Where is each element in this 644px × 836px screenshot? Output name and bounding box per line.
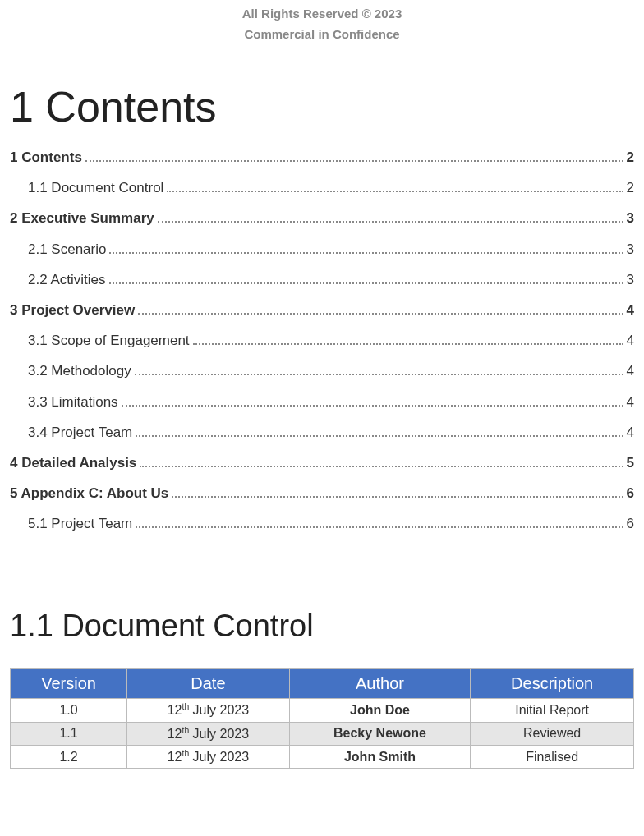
toc-entry[interactable]: 1.1 Document Control2 (10, 177, 634, 199)
th-date: Date (127, 669, 290, 699)
cell-version: 1.2 (11, 746, 127, 769)
toc-entry-title: 3.3 Limitations (28, 391, 118, 413)
toc-entry-page: 6 (627, 482, 634, 504)
header-meta: All Rights Reserved © 2023 Commercial in… (10, 0, 634, 41)
toc-entry-page: 4 (627, 421, 634, 443)
toc-entry[interactable]: 1 Contents2 (10, 146, 634, 168)
toc-entry[interactable]: 3.3 Limitations4 (10, 391, 634, 413)
toc-entry-title: 2 Executive Summary (10, 207, 154, 229)
toc-leader (158, 209, 623, 223)
toc-entry-title: 1.1 Document Control (28, 177, 163, 199)
toc-entry-page: 5 (627, 452, 634, 474)
toc-leader (172, 484, 623, 498)
toc-entry[interactable]: 2.1 Scenario3 (10, 238, 634, 260)
toc-leader (136, 514, 623, 528)
toc-entry-title: 5 Appendix C: About Us (10, 482, 168, 504)
toc-leader (193, 331, 623, 345)
toc-entry[interactable]: 3.4 Project Team4 (10, 421, 634, 443)
toc-entry[interactable]: 2.2 Activities3 (10, 269, 634, 291)
document-control-table: Version Date Author Description 1.012th … (10, 668, 634, 769)
toc-entry-page: 4 (627, 299, 634, 321)
toc-entry-title: 5.1 Project Team (28, 512, 132, 535)
toc-leader (136, 423, 623, 437)
table-header-row: Version Date Author Description (11, 669, 634, 699)
toc-entry[interactable]: 3.2 Methodology4 (10, 360, 634, 382)
toc-leader (109, 240, 623, 254)
cell-version: 1.1 (11, 722, 127, 745)
th-version: Version (11, 669, 127, 699)
table-row: 1.112th July 2023Becky NewoneReviewed (11, 722, 634, 745)
table-row: 1.212th July 2023John SmithFinalised (11, 746, 634, 769)
cell-author: John Smith (289, 746, 471, 769)
toc-entry-title: 3.1 Scope of Engagement (28, 329, 190, 351)
toc-entry[interactable]: 2 Executive Summary3 (10, 207, 634, 229)
confidence-text: Commercial in Confidence (10, 27, 634, 41)
toc-entry-title: 2.1 Scenario (28, 238, 106, 260)
table-of-contents: 1 Contents21.1 Document Control22 Execut… (10, 146, 634, 535)
toc-entry-title: 3 Project Overview (10, 299, 135, 321)
toc-entry-page: 3 (627, 269, 634, 291)
toc-entry-page: 2 (627, 146, 634, 168)
cell-date: 12th July 2023 (127, 746, 290, 769)
toc-entry-title: 3.2 Methodology (28, 360, 131, 382)
toc-leader (140, 453, 623, 467)
toc-entry-title: 3.4 Project Team (28, 421, 132, 443)
table-row: 1.012th July 2023John DoeInitial Report (11, 699, 634, 722)
toc-entry-title: 1 Contents (10, 146, 82, 168)
toc-entry-page: 4 (627, 360, 634, 382)
toc-entry[interactable]: 4 Detailed Analysis5 (10, 452, 634, 474)
toc-entry[interactable]: 3 Project Overview4 (10, 299, 634, 321)
toc-entry-title: 4 Detailed Analysis (10, 452, 136, 474)
th-description: Description (471, 669, 634, 699)
toc-entry-page: 2 (627, 177, 634, 199)
cell-description: Reviewed (471, 722, 634, 745)
th-author: Author (289, 669, 471, 699)
toc-entry-page: 4 (627, 329, 634, 351)
cell-description: Initial Report (471, 699, 634, 722)
cell-version: 1.0 (11, 699, 127, 722)
toc-leader (109, 270, 623, 284)
cell-description: Finalised (471, 746, 634, 769)
cell-author: John Doe (289, 699, 471, 722)
cell-date: 12th July 2023 (127, 722, 290, 745)
toc-leader (85, 148, 623, 162)
cell-date: 12th July 2023 (127, 699, 290, 722)
toc-entry[interactable]: 5.1 Project Team6 (10, 512, 634, 535)
cell-author: Becky Newone (289, 722, 471, 745)
toc-entry-page: 4 (627, 391, 634, 413)
toc-leader (167, 178, 623, 192)
contents-heading: 1 Contents (10, 82, 634, 131)
toc-leader (122, 393, 623, 407)
toc-entry[interactable]: 3.1 Scope of Engagement4 (10, 329, 634, 351)
toc-entry-page: 6 (627, 512, 634, 535)
toc-entry[interactable]: 5 Appendix C: About Us6 (10, 482, 634, 504)
copyright-text: All Rights Reserved © 2023 (10, 7, 634, 21)
toc-entry-page: 3 (627, 238, 634, 260)
toc-leader (135, 361, 623, 375)
toc-entry-page: 3 (627, 207, 634, 229)
toc-leader (138, 301, 623, 315)
toc-entry-title: 2.2 Activities (28, 269, 106, 291)
document-control-heading: 1.1 Document Control (10, 609, 634, 644)
